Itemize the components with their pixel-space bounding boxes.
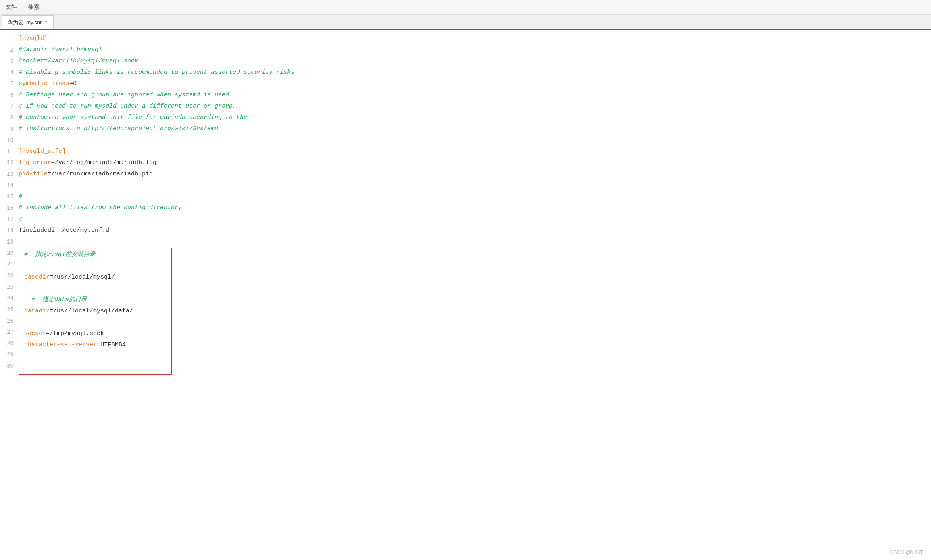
code-line: 10 [0,135,931,146]
line-number: 1 [0,33,19,44]
boxed-section: 20 21 22 23 24 25 26 27 [0,248,931,375]
normal-lines: 1 [mysqld] 2 #datadir=/var/lib/mysql 3 #… [0,33,931,248]
code-line: 6 # Settings user and group are ignored … [0,90,931,101]
line-content: # customize your systemd unit file for m… [19,112,931,123]
boxed-code-line: # 指定data的目录 [23,294,168,306]
code-line: 14 [0,180,931,191]
line-number: 20 [0,248,19,259]
boxed-code-line: datadir=/usr/local/mysql/data/ [23,306,168,317]
red-selection-box: # 指定mysql的安装目录 basedir=/usr/local/mysql/… [19,248,172,375]
line-content: # Settings user and group are ignored wh… [19,90,931,101]
line-number: 2 [0,44,19,56]
line-number: 25 [0,304,19,315]
line-number: 30 [0,360,19,372]
boxed-code-line: socket=/tmp/mysql.sock [23,328,168,339]
boxed-code-line: character-set-server=UTF8MB4 [23,339,168,351]
line-content: # instructions in http://fedoraproject.o… [19,123,931,135]
line-content: socket=/tmp/mysql.sock [24,328,168,339]
code-line: 3 #socket=/var/lib/mysql/mysql.sock [0,56,931,67]
line-content: # [19,191,931,202]
editor-area: 1 [mysqld] 2 #datadir=/var/lib/mysql 3 #… [0,30,931,559]
boxed-code-line [23,283,168,294]
line-content: # Disabling symbolic-links is recommende… [19,67,931,78]
line-content: symbolic-links=0 [19,78,931,90]
line-number: 26 [0,315,19,327]
line-content: # [19,214,931,225]
line-number: 9 [0,123,19,135]
code-line: 8 # customize your systemd unit file for… [0,112,931,123]
line-number: 10 [0,135,19,146]
code-line: 30 [0,360,19,372]
line-number: 4 [0,67,19,78]
code-line: 11 [mysqld_safe] [0,146,931,157]
code-line: 21 [0,259,19,270]
code-line: 17 # [0,214,931,225]
code-line: 12 log-error=/var/log/mariadb/mariadb.lo… [0,157,931,169]
line-content: datadir=/usr/local/mysql/data/ [24,306,168,317]
boxed-code-line [23,317,168,328]
line-number: 18 [0,225,19,236]
code-line: 16 # include all files from the config d… [0,202,931,214]
tab-bar: 华为云_my.cnf × [0,15,931,30]
line-content: #datadir=/var/lib/mysql [19,44,931,56]
code-line: 7 # If you need to run mysqld under a di… [0,101,931,112]
code-line: 5 symbolic-links=0 [0,78,931,90]
code-line: 13 pid-file=/var/run/mariadb/mariadb.pid [0,169,931,180]
boxed-code-line [23,362,168,373]
watermark: CSDN @DIGIT [890,550,923,555]
line-content: pid-file=/var/run/mariadb/mariadb.pid [19,169,931,180]
line-content: character-set-server=UTF8MB4 [24,339,168,351]
line-number: 15 [0,191,19,202]
menu-file[interactable]: 文件 [3,2,19,12]
line-number: 22 [0,270,19,281]
boxed-code-line [23,260,168,272]
line-content: #socket=/var/lib/mysql/mysql.sock [19,56,931,67]
code-line: 26 [0,315,19,327]
boxed-code-line: # 指定mysql的安装目录 [23,249,168,260]
menu-search[interactable]: 搜索 [26,2,42,12]
line-number: 28 [0,338,19,349]
code-line: 15 # [0,191,931,202]
line-number: 7 [0,101,19,112]
line-content: # 指定data的目录 [24,294,168,306]
line-number: 24 [0,293,19,304]
line-content: # include all files from the config dire… [19,202,931,214]
line-number: 11 [0,146,19,157]
line-content: [mysqld] [19,33,931,44]
line-content: # 指定mysql的安装目录 [24,249,168,260]
line-content: basedir=/usr/local/mysql/ [24,272,168,283]
line-number: 17 [0,214,19,225]
line-number: 19 [0,236,19,248]
code-line: 29 [0,349,19,360]
line-content: # If you need to run mysqld under a diff… [19,101,931,112]
code-line: 24 [0,293,19,304]
line-content: [mysqld_safe] [19,146,931,157]
code-line: 20 [0,248,19,259]
line-number: 16 [0,202,19,214]
code-line: 18 !includedir /etc/my.cnf.d [0,225,931,236]
boxed-code-line: basedir=/usr/local/mysql/ [23,272,168,283]
line-number: 5 [0,78,19,90]
code-line: 9 # instructions in http://fedoraproject… [0,123,931,135]
code-line: 22 [0,270,19,281]
boxed-code-line [23,351,168,362]
line-content: log-error=/var/log/mariadb/mariadb.log [19,157,931,169]
line-number: 3 [0,56,19,67]
line-number: 21 [0,259,19,270]
code-line: 28 [0,338,19,349]
line-number: 27 [0,327,19,338]
code-line: 25 [0,304,19,315]
line-number: 14 [0,180,19,191]
code-line: 2 #datadir=/var/lib/mysql [0,44,931,56]
line-number: 6 [0,90,19,101]
code-line: 1 [mysqld] [0,33,931,44]
line-content: !includedir /etc/my.cnf.d [19,225,931,236]
code-line: 27 [0,327,19,338]
code-line: 19 [0,236,931,248]
tab-mycnf[interactable]: 华为云_my.cnf × [2,15,54,29]
code-line: 23 [0,281,19,293]
tab-close-button[interactable]: × [45,20,48,25]
line-number: 23 [0,281,19,293]
line-number: 12 [0,157,19,169]
line-number: 29 [0,349,19,360]
